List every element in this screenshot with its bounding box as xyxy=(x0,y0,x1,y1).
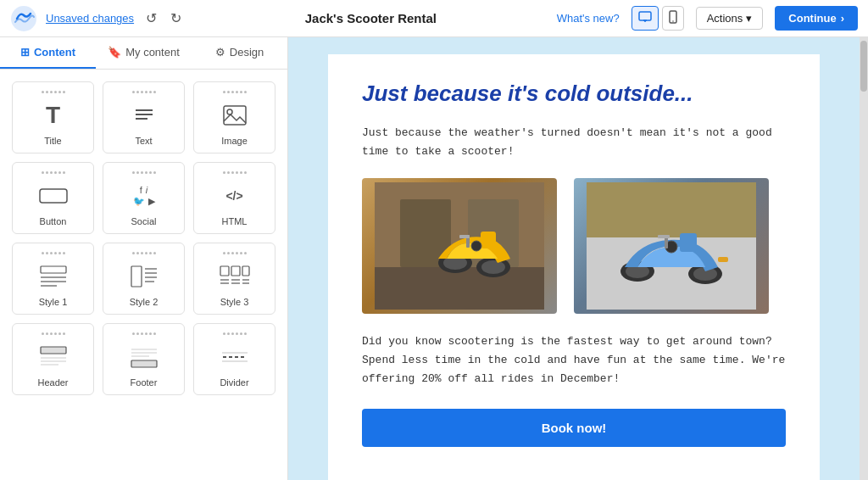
canvas-area: Just because it's cold outside... Just b… xyxy=(288,37,860,480)
scrollbar[interactable] xyxy=(860,37,868,480)
button-component-icon xyxy=(39,181,68,211)
component-style1-label: Style 1 xyxy=(39,297,68,307)
component-divider[interactable]: Divider xyxy=(193,323,275,395)
component-button[interactable]: Button xyxy=(12,162,94,234)
my-content-tab-icon: 🔖 xyxy=(108,46,121,59)
scooter-blue-image xyxy=(574,178,769,314)
chevron-down-icon: ▾ xyxy=(746,12,752,25)
document-title: Jack's Scooter Rental xyxy=(305,11,437,25)
text-component-icon xyxy=(132,100,156,131)
svg-rect-11 xyxy=(40,189,67,203)
component-style3-label: Style 3 xyxy=(220,297,249,307)
component-header-label: Header xyxy=(37,377,68,388)
book-now-button[interactable]: Book now! xyxy=(362,409,786,447)
desktop-icon xyxy=(638,11,652,23)
main-layout: ⊞ Content 🔖 My content ⚙ Design T Title xyxy=(0,37,868,480)
component-style3[interactable]: Style 3 xyxy=(193,243,275,315)
email-images-row xyxy=(362,178,786,314)
svg-rect-22 xyxy=(231,266,240,276)
svg-rect-21 xyxy=(220,266,229,276)
email-paragraph-2: Did you know scootering is the fastest w… xyxy=(362,332,786,388)
sidebar-tabs: ⊞ Content 🔖 My content ⚙ Design xyxy=(0,37,287,70)
component-divider-label: Divider xyxy=(220,377,248,388)
svg-rect-63 xyxy=(658,235,670,238)
component-style1[interactable]: Style 1 xyxy=(12,243,94,315)
topbar: Unsaved changes ↺ ↻ Jack's Scooter Renta… xyxy=(0,0,868,37)
component-image-label: Image xyxy=(221,136,248,146)
svg-rect-12 xyxy=(41,266,66,273)
redo-button[interactable]: ↻ xyxy=(167,7,185,30)
component-text[interactable]: Text xyxy=(103,81,185,153)
mobile-view-button[interactable] xyxy=(662,6,684,31)
title-component-icon: T xyxy=(46,100,60,131)
component-header[interactable]: Header xyxy=(12,323,94,395)
style2-component-icon xyxy=(131,261,158,292)
svg-rect-30 xyxy=(41,347,66,354)
component-text-label: Text xyxy=(135,136,152,146)
desktop-view-button[interactable] xyxy=(632,6,659,31)
continue-button[interactable]: Continue › xyxy=(775,6,858,31)
view-icons xyxy=(632,6,684,31)
component-title-label: Title xyxy=(44,136,61,146)
image-component-icon xyxy=(222,100,248,131)
svg-point-48 xyxy=(481,260,505,274)
svg-point-50 xyxy=(471,241,481,251)
actions-button[interactable]: Actions ▾ xyxy=(696,7,764,30)
svg-rect-64 xyxy=(718,257,728,262)
svg-rect-49 xyxy=(481,232,496,248)
footer-component-icon xyxy=(131,342,158,372)
arrow-right-icon: › xyxy=(841,12,844,25)
svg-rect-55 xyxy=(587,182,756,237)
component-social[interactable]: fi 🐦▶ Social xyxy=(103,162,185,234)
tab-my-content[interactable]: 🔖 My content xyxy=(96,37,192,69)
svg-rect-16 xyxy=(131,266,142,287)
email-title: Just because it's cold outside... xyxy=(362,80,786,109)
svg-rect-60 xyxy=(680,233,697,252)
svg-rect-52 xyxy=(459,235,470,238)
mobile-icon xyxy=(669,10,677,24)
html-component-icon: </> xyxy=(225,181,242,211)
social-component-icon: fi 🐦▶ xyxy=(133,181,155,211)
component-style2-label: Style 2 xyxy=(130,297,159,307)
component-style2[interactable]: Style 2 xyxy=(103,243,185,315)
style3-component-icon xyxy=(220,261,250,292)
component-html[interactable]: </> HTML xyxy=(193,162,275,234)
svg-point-0 xyxy=(11,6,36,31)
style1-component-icon xyxy=(40,261,67,292)
whats-new-link[interactable]: What's new? xyxy=(557,12,620,25)
svg-rect-23 xyxy=(242,266,249,276)
component-footer[interactable]: Footer xyxy=(103,323,185,395)
topbar-right-actions: What's new? Actions ▾ Continue xyxy=(557,6,858,31)
logo-icon xyxy=(10,5,37,32)
undo-button[interactable]: ↺ xyxy=(142,7,160,30)
component-footer-label: Footer xyxy=(131,377,158,388)
component-social-label: Social xyxy=(131,216,157,226)
components-grid: T Title Text Image xyxy=(0,70,287,407)
svg-rect-9 xyxy=(224,106,246,125)
design-tab-icon: ⚙ xyxy=(215,46,225,59)
svg-rect-37 xyxy=(131,360,157,367)
svg-rect-1 xyxy=(639,12,651,20)
svg-point-10 xyxy=(227,109,232,114)
email-paragraph-1: Just because the weather's turned doesn'… xyxy=(362,124,786,161)
scooter-yellow-image xyxy=(362,178,557,314)
sidebar: ⊞ Content 🔖 My content ⚙ Design T Title xyxy=(0,37,288,480)
svg-point-5 xyxy=(672,20,674,22)
divider-component-icon xyxy=(221,342,248,372)
component-html-label: HTML xyxy=(222,216,248,226)
email-canvas: Just because it's cold outside... Just b… xyxy=(328,54,820,480)
svg-rect-44 xyxy=(375,267,544,310)
scrollbar-thumb[interactable] xyxy=(860,41,867,92)
unsaved-changes-link[interactable]: Unsaved changes xyxy=(46,12,134,25)
header-component-icon xyxy=(40,342,67,372)
component-button-label: Button xyxy=(40,216,67,226)
undo-redo-group: ↺ ↻ xyxy=(142,7,185,30)
component-image[interactable]: Image xyxy=(193,81,275,153)
tab-content[interactable]: ⊞ Content xyxy=(0,37,96,69)
tab-design[interactable]: ⚙ Design xyxy=(192,37,287,69)
component-title[interactable]: T Title xyxy=(12,81,94,153)
blue-scooter-svg xyxy=(587,182,756,310)
content-tab-icon: ⊞ xyxy=(20,46,30,59)
yellow-scooter-svg xyxy=(375,182,544,310)
